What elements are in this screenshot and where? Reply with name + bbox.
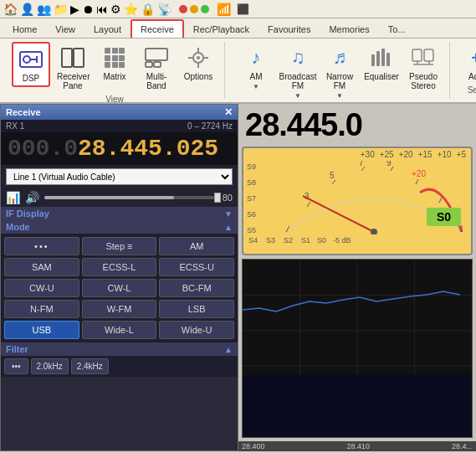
matrix-button[interactable]: Matrix	[95, 42, 134, 84]
tab-layout[interactable]: Layout	[84, 19, 131, 38]
filter-arrow: ▲	[224, 345, 233, 354]
db-plus10: +10	[438, 150, 452, 159]
volume-thumb[interactable]	[214, 193, 221, 203]
mode-btn-cw-u[interactable]: CW-U	[4, 279, 79, 297]
panel-close-button[interactable]: ✕	[224, 106, 233, 118]
gear-icon[interactable]: ⚙	[110, 3, 121, 16]
audio-device-select[interactable]: Line 1 (Virtual Audio Cable)	[6, 168, 233, 185]
svg-rect-29	[424, 49, 433, 61]
mode-btn-ecss-l[interactable]: ECSS-L	[82, 258, 157, 276]
mode-btn-ecss-u[interactable]: ECSS-U	[159, 258, 234, 276]
svg-rect-25	[376, 51, 380, 66]
toolbar-icons: 🏠 👤 👥 📁 ▶ ⏺ ⏮ ⚙ ⭐ 🔒 📡 📶 ⬛	[3, 3, 249, 16]
options-button[interactable]: Options	[179, 42, 218, 84]
tab-memories[interactable]: Memories	[320, 19, 378, 38]
add-button[interactable]: + Add	[461, 42, 476, 84]
s7: S7	[247, 194, 256, 203]
s9: S9	[247, 162, 256, 171]
home-icon[interactable]: 🏠	[3, 3, 18, 16]
mode-btn-cw-l[interactable]: CW-L	[82, 279, 157, 297]
svg-rect-15	[146, 49, 167, 60]
mode-btn-w-fm[interactable]: W-FM	[82, 300, 157, 318]
broadcast-fm-button[interactable]: ♫ Broadcast FM▼	[279, 42, 317, 102]
svg-line-38	[416, 179, 418, 184]
mode-btn-sam[interactable]: SAM	[4, 258, 79, 276]
db-plus20: +20	[399, 150, 413, 159]
svg-rect-26	[381, 49, 385, 66]
svg-line-35	[332, 180, 335, 184]
svg-point-48	[371, 229, 377, 234]
mode-btn-lsb[interactable]: LSB	[159, 300, 234, 318]
svg-point-1	[23, 56, 30, 63]
tab-receive[interactable]: Receive	[131, 19, 184, 38]
s0: S0	[317, 236, 326, 245]
svg-rect-11	[119, 55, 125, 61]
receiver-pane-label: Receiver Pane	[57, 72, 89, 90]
volume-value: 80	[223, 193, 233, 203]
svg-rect-6	[105, 48, 110, 54]
equaliser-button[interactable]: Equaliser	[362, 42, 401, 84]
svg-rect-10	[112, 55, 118, 61]
audio-controls: 📊 🔊 80	[1, 188, 238, 207]
s4: S4	[248, 236, 258, 245]
folder-icon[interactable]: 📁	[54, 3, 68, 16]
add-label: Add	[468, 72, 476, 81]
svg-text:5: 5	[330, 171, 335, 180]
s6: S6	[247, 210, 256, 219]
view-group-label: View	[105, 95, 124, 104]
pseudo-stereo-label: Pseudo Stereo	[406, 72, 441, 90]
tab-home[interactable]: Home	[3, 19, 46, 38]
tab-tools[interactable]: To...	[379, 19, 415, 38]
record-icon[interactable]: ⏺	[82, 3, 94, 16]
filter-label: Filter	[6, 344, 28, 354]
mode-btn-wide-l[interactable]: Wide-L	[82, 321, 157, 339]
prev-icon[interactable]: ⏮	[96, 3, 108, 16]
mode-btn-wide-u[interactable]: Wide-U	[159, 321, 234, 339]
multiband-button[interactable]: Multi-Band	[137, 42, 176, 93]
filter-header[interactable]: Filter ▲	[1, 342, 238, 356]
db-plus5: +5	[457, 150, 466, 159]
smeter-db-scale: +30 +25 +20 +15 +10 +5	[243, 148, 471, 161]
filter-btn-24k[interactable]: 2.4kHz	[71, 358, 109, 374]
expand-icon[interactable]: ⬛	[237, 3, 249, 15]
tab-favourites[interactable]: Favourites	[258, 19, 320, 38]
ribbon-group-mode: ♪ AM▼ ♫ Broadcast FM▼ ♬ Narrow FM▼	[230, 42, 450, 99]
play-icon[interactable]: ▶	[70, 3, 79, 16]
filter-btn-dots[interactable]: •••	[4, 358, 28, 374]
tab-view[interactable]: View	[46, 19, 84, 38]
frequency-display[interactable]: 000.0 28.445.025	[1, 132, 238, 165]
narrow-fm-button[interactable]: ♬ Narrow FM▼	[320, 42, 359, 102]
person-icon[interactable]: 👤	[20, 3, 34, 16]
filter-btn-2k[interactable]: 2.0kHz	[31, 358, 69, 374]
star-icon[interactable]: ⭐	[124, 3, 138, 16]
s2: S2	[284, 236, 293, 245]
volume-slider[interactable]	[44, 196, 218, 199]
pseudo-stereo-button[interactable]: Pseudo Stereo	[404, 42, 443, 93]
add-sub-button[interactable]: Se...	[468, 85, 476, 95]
db-plus25: +25	[380, 150, 394, 159]
am-label: AM▼	[250, 72, 263, 90]
receiver-pane-button[interactable]: Receiver Pane	[54, 42, 92, 93]
equaliser-icon	[368, 44, 395, 71]
rx-label: RX 1	[6, 121, 24, 131]
add-section: + Add Se...	[461, 42, 476, 95]
freq-bar: 28.400 28.410 28.4...	[238, 441, 476, 451]
signal-icon: 📡	[157, 3, 171, 16]
tab-recplayback[interactable]: Rec/Playback	[184, 19, 258, 38]
if-display-header[interactable]: IF Display ▼	[1, 207, 238, 220]
mode-arrow: ▲	[224, 223, 233, 232]
people-icon[interactable]: 👥	[37, 3, 51, 16]
mode-btn-am[interactable]: AM	[159, 237, 234, 255]
dsp-button[interactable]: DSP	[12, 42, 50, 87]
am-mode-button[interactable]: ♪ AM▼	[237, 42, 275, 93]
ribbon-content: DSP Receiver Pane	[0, 39, 476, 104]
lock-icon[interactable]: 🔒	[141, 3, 155, 16]
mode-btn-step[interactable]: Step ≡	[82, 237, 157, 255]
svg-text:7: 7	[359, 161, 364, 167]
mode-btn-bc-fm[interactable]: BC-FM	[159, 279, 234, 297]
mode-btn-dots[interactable]: •••	[4, 237, 79, 255]
mode-header[interactable]: Mode ▲	[1, 220, 238, 234]
mode-btn-n-fm[interactable]: N-FM	[4, 300, 79, 318]
mode-btn-usb[interactable]: USB	[4, 321, 79, 339]
antenna-icon: 📶	[217, 3, 231, 16]
